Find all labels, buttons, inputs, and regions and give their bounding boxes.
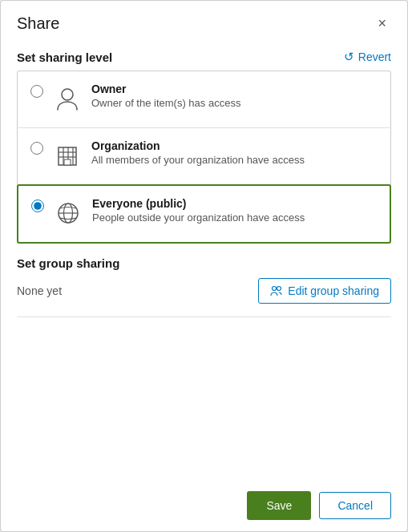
dialog-title: Share — [17, 14, 59, 33]
sharing-options-container: Owner Owner of the item(s) has access — [17, 71, 391, 244]
owner-radio[interactable] — [30, 85, 43, 98]
owner-option[interactable]: Owner Owner of the item(s) has access — [18, 71, 390, 128]
owner-label: Owner — [91, 83, 378, 95]
org-radio-col[interactable] — [30, 142, 43, 158]
everyone-radio-col[interactable] — [31, 200, 44, 216]
everyone-desc: People outside your organization have ac… — [92, 212, 377, 224]
svg-point-12 — [277, 287, 281, 291]
org-radio[interactable] — [30, 142, 43, 155]
owner-radio-col[interactable] — [30, 85, 43, 101]
org-label: Organization — [91, 139, 378, 152]
owner-icon — [53, 84, 82, 116]
edit-group-icon — [270, 284, 283, 297]
cancel-button[interactable]: Cancel — [319, 492, 391, 519]
org-icon — [53, 141, 82, 173]
everyone-radio[interactable] — [31, 200, 44, 212]
save-button[interactable]: Save — [247, 491, 311, 520]
none-yet-label: None yet — [17, 284, 62, 297]
everyone-text: Everyone (public) People outside your or… — [92, 197, 377, 224]
group-sharing-section: Set group sharing None yet Edit group sh… — [1, 244, 407, 316]
revert-label: Revert — [358, 50, 391, 63]
close-button[interactable]: × — [373, 14, 391, 34]
edit-group-button[interactable]: Edit group sharing — [258, 278, 391, 304]
everyone-label: Everyone (public) — [92, 197, 377, 210]
dialog-header: Share × — [1, 1, 407, 43]
edit-group-label: Edit group sharing — [288, 284, 379, 297]
svg-point-11 — [273, 287, 277, 291]
svg-rect-7 — [64, 159, 71, 165]
svg-point-0 — [62, 89, 73, 100]
revert-icon: ↺ — [344, 50, 354, 64]
sharing-level-title: Set sharing level — [17, 50, 112, 64]
revert-button[interactable]: ↺ Revert — [344, 50, 391, 64]
sharing-level-header: Set sharing level ↺ Revert — [1, 43, 407, 71]
org-text: Organization All members of your organiz… — [91, 139, 378, 166]
organization-option[interactable]: Organization All members of your organiz… — [18, 128, 390, 185]
org-desc: All members of your organization have ac… — [91, 154, 378, 166]
everyone-option[interactable]: Everyone (public) People outside your or… — [17, 184, 391, 244]
owner-desc: Owner of the item(s) has access — [91, 97, 378, 109]
group-sharing-title: Set group sharing — [17, 256, 391, 270]
everyone-icon — [54, 199, 83, 231]
group-row: None yet Edit group sharing — [17, 278, 391, 304]
owner-text: Owner Owner of the item(s) has access — [91, 83, 378, 109]
share-dialog: Share × Set sharing level ↺ Revert Owner — [0, 0, 408, 532]
dialog-footer: Save Cancel — [1, 480, 407, 531]
footer-divider — [17, 316, 391, 317]
